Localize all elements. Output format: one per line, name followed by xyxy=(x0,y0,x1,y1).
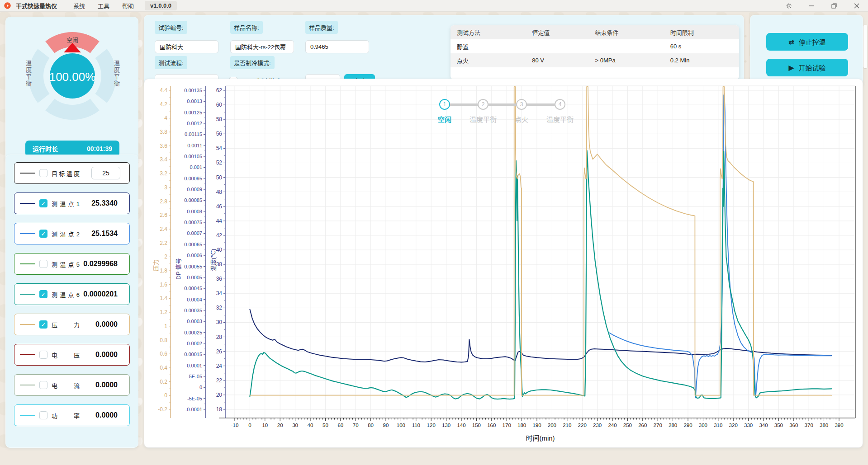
menu-system[interactable]: 系统 xyxy=(73,1,85,10)
svg-text:0.0003: 0.0003 xyxy=(187,319,202,324)
series-legend-panel: 目标温度✓测温点125.3340✓测温点225.1534测温点50.029996… xyxy=(5,155,138,448)
table-cell: 点火 xyxy=(451,53,526,67)
svg-text:240: 240 xyxy=(608,423,617,428)
loop-icon: ⇄ xyxy=(788,38,794,46)
svg-text:40: 40 xyxy=(308,423,313,428)
svg-text:110: 110 xyxy=(412,423,420,428)
legend-row-6: ✓压 力0.0000 xyxy=(14,314,130,335)
target-temp-input[interactable] xyxy=(91,167,120,179)
svg-text:270: 270 xyxy=(654,423,662,428)
close-button[interactable] xyxy=(854,3,860,9)
svg-text:390: 390 xyxy=(835,423,843,428)
scrollbar-thumb[interactable] xyxy=(863,25,867,68)
sample-mass-input[interactable] xyxy=(305,40,369,53)
menu-tools[interactable]: 工具 xyxy=(98,1,109,10)
series-value: 25.3340 xyxy=(91,199,118,207)
svg-text:230: 230 xyxy=(593,423,602,428)
series-checkbox[interactable]: ✓ xyxy=(39,230,47,238)
svg-text:220: 220 xyxy=(578,423,587,428)
svg-text:0.00135: 0.00135 xyxy=(184,88,202,93)
svg-text:4.4: 4.4 xyxy=(160,87,167,94)
table-cell: > 0MPa xyxy=(588,53,664,67)
svg-text:300: 300 xyxy=(699,423,707,428)
series-color-line xyxy=(20,385,35,385)
svg-text:20: 20 xyxy=(277,423,283,428)
svg-text:2.8: 2.8 xyxy=(160,198,167,205)
series-checkbox[interactable] xyxy=(39,169,47,177)
svg-text:0.0002: 0.0002 xyxy=(187,341,202,346)
legend-row-4: 测温点50.0299968 xyxy=(14,253,130,275)
svg-text:0.00015: 0.00015 xyxy=(184,352,202,357)
svg-text:2.6: 2.6 xyxy=(160,212,167,218)
svg-text:3.6: 3.6 xyxy=(160,143,167,149)
chart-panel: -0.200.20.40.60.811.21.41.61.822.22.42.6… xyxy=(144,79,863,448)
start-test-label: 开始试验 xyxy=(798,63,825,72)
svg-text:1.6: 1.6 xyxy=(160,282,167,288)
svg-text:2: 2 xyxy=(164,254,167,260)
title-bar: 干式快速量热仪 系统 工具 帮助 v1.0.0.0 xyxy=(0,0,868,12)
series-checkbox[interactable]: ✓ xyxy=(39,320,47,329)
state-gauge-panel: 空闲 温度平衡 温度平衡 100.00% 运行时长 00:01:39 xyxy=(5,17,138,163)
series-checkbox[interactable]: ✓ xyxy=(39,199,47,207)
svg-text:38: 38 xyxy=(216,261,223,268)
svg-text:5E-05: 5E-05 xyxy=(189,374,202,379)
svg-text:3: 3 xyxy=(164,184,167,191)
table-row[interactable]: 静置60 s xyxy=(451,39,739,53)
svg-text:58: 58 xyxy=(216,116,223,122)
table-cell: 60 s xyxy=(664,39,739,53)
legend-row-9: 功 率0.0000 xyxy=(14,404,130,426)
restore-button[interactable] xyxy=(831,3,837,9)
svg-text:54: 54 xyxy=(216,145,223,151)
svg-text:260: 260 xyxy=(638,423,647,428)
series-checkbox[interactable] xyxy=(39,411,47,419)
series-checkbox[interactable] xyxy=(39,351,47,359)
series-value: 0.0299968 xyxy=(83,260,118,268)
start-test-button[interactable]: ▶ 开始试验 xyxy=(766,59,848,76)
svg-text:250: 250 xyxy=(623,423,632,428)
svg-text:60: 60 xyxy=(337,423,343,428)
svg-text:46: 46 xyxy=(216,203,223,210)
svg-text:360: 360 xyxy=(789,423,798,428)
series-checkbox[interactable]: ✓ xyxy=(39,290,47,298)
sample-name-input[interactable] xyxy=(230,40,294,53)
play-icon: ▶ xyxy=(789,64,794,72)
svg-text:330: 330 xyxy=(744,423,753,428)
svg-text:24: 24 xyxy=(216,363,223,369)
svg-text:190: 190 xyxy=(532,423,541,428)
svg-text:0.00085: 0.00085 xyxy=(184,197,202,203)
svg-text:0.00075: 0.00075 xyxy=(184,220,202,225)
series-color-line xyxy=(20,233,35,234)
table-row[interactable]: 点火80 V> 0MPa0.2 Min xyxy=(451,53,739,67)
version-badge: v1.0.0.0 xyxy=(145,1,177,10)
settings-gear-icon[interactable] xyxy=(786,3,792,9)
svg-text:80: 80 xyxy=(368,423,374,428)
runtime-value: 00:01:39 xyxy=(87,145,112,152)
series-checkbox[interactable] xyxy=(39,381,47,389)
experiment-id-input[interactable] xyxy=(155,40,218,53)
app-title: 干式快速量热仪 xyxy=(16,1,57,10)
svg-text:44: 44 xyxy=(216,218,223,224)
series-value: 25.1534 xyxy=(91,230,118,238)
table-header: 恒定值 xyxy=(526,25,588,39)
series-color-line xyxy=(20,324,35,325)
svg-text:4: 4 xyxy=(164,115,167,121)
svg-text:3.8: 3.8 xyxy=(160,129,167,135)
svg-text:0.00025: 0.00025 xyxy=(184,330,202,335)
table-header: 测试方法 xyxy=(451,25,526,39)
stop-temp-control-button[interactable]: ⇄ 停止控温 xyxy=(766,33,848,51)
process-table: 测试方法恒定值结束条件时间限制静置60 s点火80 V> 0MPa0.2 Min xyxy=(451,25,739,80)
series-color-line xyxy=(20,173,35,174)
menu-help[interactable]: 帮助 xyxy=(122,1,134,10)
svg-text:62: 62 xyxy=(216,87,223,94)
legend-row-5: ✓测温点60.0000201 xyxy=(14,283,130,305)
svg-text:290: 290 xyxy=(683,423,692,428)
minimize-button[interactable] xyxy=(808,3,815,9)
table-cell: 0.2 Min xyxy=(664,53,739,67)
table-cell: 80 V xyxy=(526,53,588,67)
svg-text:36: 36 xyxy=(216,276,223,282)
chart-canvas: -0.200.20.40.60.811.21.41.61.822.22.42.6… xyxy=(144,79,863,447)
series-value: 0.0000 xyxy=(95,320,118,329)
svg-text:0.00035: 0.00035 xyxy=(184,308,202,313)
series-checkbox[interactable] xyxy=(39,260,47,268)
series-label: 测温点1 xyxy=(52,199,80,208)
